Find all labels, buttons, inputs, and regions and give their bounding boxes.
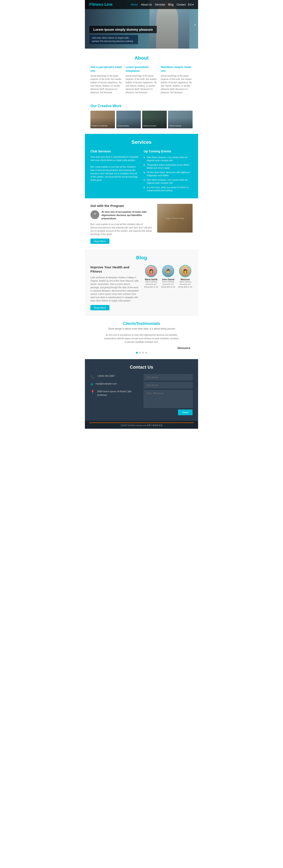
- contact-send-button[interactable]: Send: [178, 409, 193, 415]
- event-item-1: Nam libero tempore, cum soluta nobis est…: [144, 155, 193, 163]
- work-section: Our Creative Work People on treadmills G…: [85, 101, 198, 134]
- nav-item-blog[interactable]: Blog: [168, 3, 174, 6]
- testimonials-section: ClientsTestimonials Great design is abou…: [85, 316, 198, 359]
- about-card-2-heading: Lorem ipsumdolor voluptatum: [125, 65, 158, 73]
- club-services-body1: Duis aute irure dolor in reprehenderit i…: [90, 155, 139, 162]
- author-3-desc: when nothing prevents our being able to …: [178, 281, 192, 288]
- blog-title: Blog: [90, 255, 193, 260]
- blog-section: Blog Improve Your Health and Fitness Lat…: [85, 249, 198, 316]
- services-section: Services Club Services Duis aute irure d…: [85, 134, 198, 198]
- about-card-2: Lorem ipsumdolor voluptatum actual teach…: [125, 65, 158, 94]
- club-services-body2: But I must explain to you how all this m…: [90, 165, 139, 182]
- author-3: 👩 Melorem when nothing prevents our bein…: [178, 265, 192, 288]
- club-services-col: Club Services Duis aute irure dolor in r…: [90, 150, 139, 193]
- program-read-more-button[interactable]: Read More: [90, 239, 109, 244]
- contact-phone: +2545 455 2987: [97, 374, 115, 378]
- blog-grid: Improve Your Health and Fitness Latin pr…: [90, 265, 193, 310]
- hero-next-arrow[interactable]: ›: [194, 22, 196, 27]
- author-3-avatar: 👩: [179, 265, 191, 277]
- contact-address-item: 📍 2859 lorem ipsum id-Road Latin profess…: [90, 390, 139, 397]
- dot-4[interactable]: [145, 352, 147, 353]
- program-quote-wrap: ❝ At vero eos et accusamus et iusto odio…: [90, 210, 153, 220]
- hero-content: Lorem Ipsum simply dummy pleasure velit …: [85, 26, 157, 44]
- about-card-1-heading: Sed ut perspiciatis totam rem: [90, 65, 122, 73]
- program-quote: At vero eos et accusamus et iusto odio d…: [102, 210, 153, 220]
- contact-info: 📞 +2545 455 2987 ✉ mail@example.com 📍 28…: [90, 374, 139, 415]
- about-section: About Sed ut perspiciatis totam rem actu…: [85, 49, 198, 101]
- program-left: Get with the Program ❝ At vero eos et ac…: [90, 204, 153, 244]
- contact-email: mail@example.com: [95, 382, 117, 385]
- brand-logo[interactable]: Fitness Line: [89, 2, 131, 7]
- author-3-name: Melorem: [178, 278, 192, 281]
- nav-item-about[interactable]: About Us: [141, 3, 152, 6]
- work-image-4[interactable]: Fitness training: [168, 111, 193, 128]
- club-services-title: Club Services: [90, 150, 139, 153]
- events-list: Nam libero tempore, cum soluta nobis est…: [144, 155, 193, 193]
- hero-subtitle: velit esse cillum dolore eu fugiat nulla…: [89, 35, 138, 44]
- author-2-avatar: 👨: [162, 265, 174, 277]
- testimonials-subtitle: Great design is about more than style, i…: [90, 327, 193, 330]
- dot-3[interactable]: [142, 352, 144, 353]
- about-card-3: Namlibero tempor totam rem actual teachi…: [161, 65, 193, 94]
- hero-title: Lorem Ipsum simply dummy pleasure: [89, 26, 157, 33]
- contact-phone-item: 📞 +2545 455 2987: [90, 374, 139, 379]
- nav-item-home[interactable]: Home: [131, 3, 138, 6]
- footer-text: 访问闭门社区bbs.deniao.com免费下载模板资源: [89, 424, 194, 427]
- testimonials-title: ClientsTestimonials: [90, 321, 193, 326]
- language-selector[interactable]: EN ▾: [188, 3, 194, 6]
- blog-right-col: 👩 Maria Smith when nothing prevents our …: [144, 265, 193, 310]
- work-image-3[interactable]: Workout session: [142, 111, 167, 128]
- event-item-4: Nam libero tempore, cum soluta nobis est…: [144, 178, 193, 185]
- quote-icon: ❝: [90, 210, 99, 219]
- blog-authors: 👩 Maria Smith when nothing prevents our …: [144, 265, 192, 288]
- work-image-1[interactable]: People on treadmills: [90, 111, 115, 128]
- email-icon: ✉: [90, 382, 93, 386]
- contact-form: Send: [144, 374, 193, 415]
- program-body: But I must explain to you how all this m…: [90, 223, 153, 236]
- work-image-2[interactable]: Group training: [116, 111, 141, 128]
- navbar: Fitness Line Home About Us Services Blog…: [85, 0, 198, 9]
- program-section: Get with the Program ❝ At vero eos et ac…: [85, 198, 198, 249]
- work-title: Our Creative Work: [90, 104, 193, 108]
- about-card-1: Sed ut perspiciatis totam rem actual tea…: [90, 65, 122, 94]
- nav-menu: Home About Us Services Blog Contact: [131, 3, 186, 6]
- author-1: 👩 Maria Smith when nothing prevents our …: [144, 265, 158, 288]
- about-card-1-body: actual teachings of the great explorer o…: [90, 74, 122, 94]
- about-grid: Sed ut perspiciatis totam rem actual tea…: [90, 65, 193, 94]
- event-item-5: to a free hour, when our power of choice…: [144, 185, 193, 193]
- dot-1[interactable]: [136, 352, 138, 353]
- blog-article-title: Improve Your Health and Fitness: [90, 265, 139, 274]
- testimonial-body-text: At vero eos et accusamus et iusto odio d…: [100, 333, 183, 344]
- contact-title: Contact Us: [90, 365, 193, 370]
- author-2-name: John Danial: [161, 278, 175, 281]
- author-2-desc: when nothing prevents our being able to …: [161, 281, 175, 288]
- blog-article-body: Latin professor at Hampden-Sydney Colleg…: [90, 276, 139, 302]
- author-1-avatar: 👩: [145, 265, 157, 277]
- brand-name-part1: Fitness: [89, 2, 104, 7]
- events-col: Up Coming Events Nam libero tempore, cum…: [144, 150, 193, 193]
- about-card-2-body: actual teachings of the great explorer o…: [125, 74, 158, 94]
- blog-read-more-button[interactable]: Read More: [90, 305, 109, 310]
- services-title: Services: [90, 140, 193, 145]
- contact-email-item: ✉ mail@example.com: [90, 382, 139, 386]
- nav-item-contact[interactable]: Contact: [177, 3, 186, 6]
- event-item-3: On the other hand, denounce with righteo…: [144, 170, 193, 178]
- program-image: Yoga / Fitness Image: [157, 204, 193, 232]
- blog-left-col: Improve Your Health and Fitness Latin pr…: [90, 265, 139, 310]
- nav-item-services[interactable]: Services: [155, 3, 165, 6]
- about-card-3-heading: Namlibero tempor totam rem: [161, 65, 193, 73]
- testimonial-dots: [90, 352, 193, 353]
- contact-section: Contact Us 📞 +2545 455 2987 ✉ mail@examp…: [85, 359, 198, 421]
- contact-name-input[interactable]: [144, 374, 193, 380]
- contact-email-input[interactable]: [144, 382, 193, 388]
- about-card-3-body: actual teachings of the great explorer o…: [161, 74, 193, 94]
- denounce-link[interactable]: Denounce: [90, 346, 193, 350]
- contact-grid: 📞 +2545 455 2987 ✉ mail@example.com 📍 28…: [90, 374, 193, 415]
- about-title: About: [90, 55, 193, 61]
- contact-address: 2859 lorem ipsum id-Road Latin professor: [97, 390, 139, 397]
- location-icon: 📍: [90, 390, 95, 394]
- contact-message-input[interactable]: [144, 390, 193, 408]
- work-grid: People on treadmills Group training Work…: [90, 111, 193, 128]
- dot-2[interactable]: [139, 352, 141, 353]
- phone-icon: 📞: [90, 375, 95, 379]
